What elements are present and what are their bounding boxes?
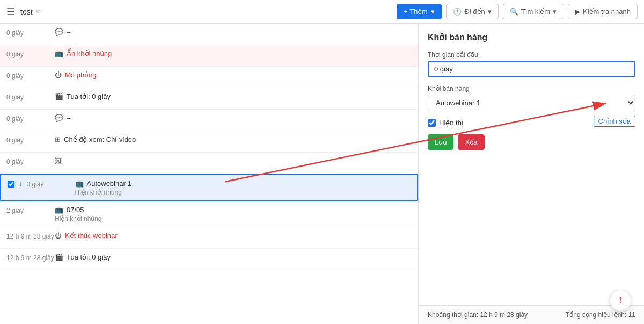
timeline-row: 0 giây 💬 – <box>0 24 418 45</box>
row-time: 0 giây <box>6 28 55 37</box>
hien-thi-checkbox[interactable] <box>428 119 436 127</box>
thoi-gian-bat-dau-group: Thời gian bắt đầu <box>428 51 635 77</box>
kiem-tra-button[interactable]: ▶ Kiểm tra nhanh <box>568 4 638 19</box>
down-arrow-icon[interactable]: ↓ <box>19 179 23 188</box>
comment2-icon: 💬 <box>55 114 63 122</box>
xoa-button[interactable]: Xóa <box>458 134 484 150</box>
khoang-thoi-gian: Khoảng thời gian: 12 h 9 m 28 giây <box>428 311 528 319</box>
video2-icon: 🎬 <box>55 253 63 261</box>
row-label: 07/05 <box>67 206 84 214</box>
row-checkbox[interactable] <box>8 181 14 188</box>
comment-icon: 💬 <box>55 28 63 36</box>
row-label: Tua tới: 0 giây <box>67 253 111 261</box>
topbar-actions: + Thêm ▾ 🕐 Đi đến ▾ 🔍 Tìm kiếm ▾ ▶ Kiểm … <box>397 4 638 19</box>
selected-timeline-row[interactable]: ↓ 0 giây 📺 Autowebinar 1 Hiện khởi nhúng <box>0 174 418 201</box>
row-label: Mô phỏng <box>65 71 97 79</box>
row-sublabel: Hiện khởi nhúng <box>55 215 412 222</box>
row-time: 0 giây <box>6 49 55 58</box>
right-panel-content: Khởi bán hàng Thời gian bắt đầu Khởi bán… <box>419 24 644 305</box>
timeline-row: 0 giây ⊞ Chế độ xem: Chỉ video <box>0 131 418 153</box>
timeline-row: 0 giây ⏻ Mô phỏng <box>0 67 418 88</box>
video-icon: 🎬 <box>55 92 63 100</box>
khoi-ban-hang-select[interactable]: Autowebinar 1 <box>428 95 635 111</box>
left-panel: 0 giây 💬 – 0 giây 📺 Ẩn khởi nhúng 0 giây <box>0 24 419 324</box>
main-layout: 0 giây 💬 – 0 giây 📺 Ẩn khởi nhúng 0 giây <box>0 24 644 324</box>
row-label: Tua tới: 0 giây <box>67 92 111 100</box>
search-icon: 🔍 <box>510 8 518 16</box>
row-time: 0 giây <box>6 157 55 165</box>
tim-kiem-button[interactable]: 🔍 Tìm kiếm ▾ <box>503 4 564 19</box>
row-sublabel: Hiện khởi nhúng <box>75 189 411 196</box>
embed-icon: 📺 <box>55 49 63 57</box>
timeline-row: 12 h 9 m 28 giây ⏻ Kết thúc webinar <box>0 227 418 249</box>
row-time: 0 giây <box>6 114 55 123</box>
play-icon: ▶ <box>575 8 580 16</box>
topbar-title: test <box>20 8 33 16</box>
row-time: 0 giây <box>27 179 75 188</box>
view-mode-icon: ⊞ <box>55 135 61 143</box>
right-panel: Khởi bán hàng Thời gian bắt đầu Khởi bán… <box>419 24 644 324</box>
embed2-icon: 📺 <box>75 179 84 188</box>
di-den-button[interactable]: 🕐 Đi đến ▾ <box>446 4 498 19</box>
timeline-row: 12 h 9 m 28 giây 🎬 Tua tới: 0 giây <box>0 249 418 270</box>
row-label: Autowebinar 1 <box>87 179 131 188</box>
timeline-row: 0 giây 🖼 <box>0 153 418 174</box>
timeline-row: 0 giây 🎬 Tua tới: 0 giây <box>0 88 418 110</box>
row-time: 0 giây <box>6 71 55 80</box>
row-label: Kết thúc webinar <box>65 232 118 240</box>
khoi-ban-hang-label: Khởi bán hàng <box>428 85 635 92</box>
row-time: 0 giây <box>6 92 55 101</box>
image-icon: 🖼 <box>55 157 62 165</box>
right-panel-footer: Khoảng thời gian: 12 h 9 m 28 giây Tổng … <box>419 305 644 324</box>
row-label: – <box>67 28 70 36</box>
row-label: Ẩn khởi nhúng <box>67 49 112 57</box>
action-buttons: Lưu Xóa <box>428 134 635 150</box>
panel-title: Khởi bán hàng <box>428 32 635 42</box>
them-dropdown-arrow[interactable]: ▾ <box>431 8 435 16</box>
timeline-row: 0 giây 💬 – <box>0 110 418 131</box>
row-time: 2 giây <box>6 206 55 214</box>
select-wrapper: Autowebinar 1 <box>428 95 635 111</box>
row-label: – <box>67 114 70 122</box>
help-button[interactable]: ! <box>610 290 631 311</box>
hien-thi-label: Hiện thị <box>439 119 464 127</box>
row-time: 0 giây <box>6 135 55 144</box>
khoi-ban-hang-group: Khởi bán hàng Autowebinar 1 Chỉnh sửa <box>428 85 635 111</box>
di-den-arrow[interactable]: ▾ <box>488 8 492 16</box>
power-icon: ⏻ <box>55 71 62 79</box>
thoi-gian-label: Thời gian bắt đầu <box>428 51 635 59</box>
row-time: 12 h 9 m 28 giây <box>6 232 55 240</box>
row-label: Chế độ xem: Chỉ video <box>64 135 136 143</box>
them-button[interactable]: + Thêm ▾ <box>397 4 442 19</box>
chinh-sua-link[interactable]: Chỉnh sửa <box>594 116 635 127</box>
clock-icon: 🕐 <box>453 8 462 16</box>
luu-button[interactable]: Lưu <box>428 134 453 150</box>
hien-thi-row: Hiện thị <box>428 119 594 127</box>
embed3-icon: 📺 <box>55 206 63 214</box>
tong-cong-hieu-lenh: Tổng cộng hiệu lệnh: 11 <box>566 311 635 319</box>
topbar: ☰ test ✏ + Thêm ▾ 🕐 Đi đến ▾ 🔍 Tìm kiếm … <box>0 0 644 24</box>
end-icon: ⏻ <box>55 232 62 240</box>
timeline-row: 2 giây 📺 07/05 Hiện khởi nhúng <box>0 201 418 227</box>
menu-icon[interactable]: ☰ <box>6 6 15 18</box>
thoi-gian-input[interactable] <box>428 61 635 77</box>
row-time: 12 h 9 m 28 giây <box>6 253 55 262</box>
timeline-row: 0 giây 📺 Ẩn khởi nhúng <box>0 45 418 67</box>
tim-kiem-arrow[interactable]: ▾ <box>553 8 557 16</box>
edit-icon[interactable]: ✏ <box>36 8 42 16</box>
